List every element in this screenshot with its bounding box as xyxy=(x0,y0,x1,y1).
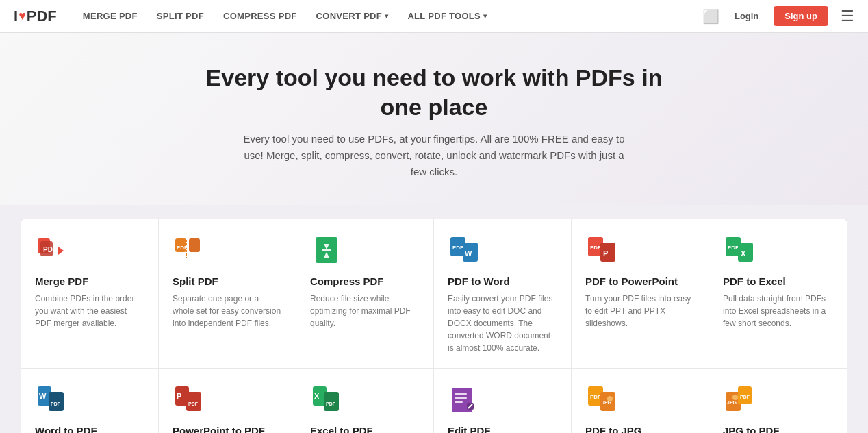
nav-right: ⬜ Login Sign up ☰ xyxy=(702,6,854,26)
edit-icon xyxy=(448,384,481,417)
tool-card-word-to-pdf[interactable]: W PDF Word to PDF Make DOC and DOCX file… xyxy=(21,369,159,433)
tool-title: PDF to Word xyxy=(448,275,557,287)
tool-title: Compress PDF xyxy=(310,275,420,287)
svg-rect-37 xyxy=(455,393,467,395)
tool-title: Excel to PDF xyxy=(310,425,420,433)
tool-desc: Easily convert your PDF files into easy … xyxy=(448,293,557,354)
svg-text:W: W xyxy=(465,249,472,258)
svg-text:PDF: PDF xyxy=(590,394,601,400)
tool-desc: Turn your PDF files into easy to edit PP… xyxy=(585,293,695,330)
tool-desc: Reduce file size while optimizing for ma… xyxy=(310,293,420,330)
navbar: I ♥ PDF MERGE PDF SPLIT PDF COMPRESS PDF… xyxy=(0,0,868,33)
tool-card-edit-pdf[interactable]: Edit PDF Add text, images, shapes or fre… xyxy=(434,369,572,433)
tool-card-excel-to-pdf[interactable]: X PDF Excel to PDF Make EXCEL spreadshee… xyxy=(296,369,434,433)
nav-split[interactable]: SPLIT PDF xyxy=(147,0,214,33)
tool-card-compress-pdf[interactable]: Compress PDF Reduce file size while opti… xyxy=(296,219,434,369)
svg-text:PDF: PDF xyxy=(740,395,750,399)
svg-text:X: X xyxy=(314,392,320,400)
tool-card-pdf-to-jpg[interactable]: PDF JPG PDF to JPG Convert each PDF page… xyxy=(572,369,709,433)
nav-all-tools[interactable]: ALL PDF TOOLS ▾ xyxy=(398,0,496,33)
svg-text:PDF: PDF xyxy=(51,401,61,406)
tools-section: PDF Merge PDF Combine PDFs in the order … xyxy=(0,205,868,433)
svg-point-46 xyxy=(607,396,613,401)
tool-title: Word to PDF xyxy=(35,425,144,433)
tool-card-merge-pdf[interactable]: PDF Merge PDF Combine PDFs in the order … xyxy=(21,219,159,369)
merge-icon: PDF xyxy=(35,234,68,267)
svg-text:PDF: PDF xyxy=(326,401,336,406)
svg-text:P: P xyxy=(603,249,608,258)
svg-text:PDF: PDF xyxy=(43,246,57,253)
tool-title: Split PDF xyxy=(173,275,282,287)
tool-desc: Combine PDFs in the order you want with … xyxy=(35,293,144,330)
nav-merge[interactable]: MERGE PDF xyxy=(73,0,147,33)
svg-point-49 xyxy=(732,395,738,400)
tool-card-pdf-to-word[interactable]: PDF W PDF to Word Easily convert your PD… xyxy=(434,219,572,369)
svg-text:W: W xyxy=(39,392,47,400)
logo[interactable]: I ♥ PDF xyxy=(14,8,57,25)
hero-section: Every tool you need to work with PDFs in… xyxy=(0,33,868,205)
svg-text:PDF: PDF xyxy=(188,401,199,406)
tool-title: PDF to JPG xyxy=(585,425,695,433)
svg-rect-5 xyxy=(189,238,200,252)
pdf-jpg-icon: PDF JPG xyxy=(585,384,618,417)
tool-desc: Pull data straight from PDFs into Excel … xyxy=(723,293,833,330)
nav-links: MERGE PDF SPLIT PDF COMPRESS PDF CONVERT… xyxy=(73,0,702,33)
tool-card-jpg-to-pdf[interactable]: JPG PDF JPG to PDF Convert JPG images to… xyxy=(709,369,847,433)
tools-grid: PDF Merge PDF Combine PDFs in the order … xyxy=(21,219,847,433)
svg-text:X: X xyxy=(741,249,746,258)
tool-card-split-pdf[interactable]: PDF Split PDF Separate one page or a who… xyxy=(159,219,296,369)
jpg-pdf-icon: JPG PDF xyxy=(723,384,756,417)
svg-text:JPG: JPG xyxy=(727,400,737,405)
tool-title: PDF to PowerPoint xyxy=(585,275,695,287)
tool-card-ppt-to-pdf[interactable]: P PDF PowerPoint to PDF Make PPT and PPT… xyxy=(159,369,296,433)
tool-title: Merge PDF xyxy=(35,275,144,287)
login-button[interactable]: Login xyxy=(726,7,767,25)
svg-rect-11 xyxy=(322,249,331,251)
chevron-down-icon: ▾ xyxy=(385,12,388,20)
heart-icon: ♥ xyxy=(18,9,26,23)
svg-rect-38 xyxy=(455,397,467,399)
hero-title: Every tool you need to work with PDFs in… xyxy=(194,63,674,121)
svg-rect-39 xyxy=(455,401,463,403)
tool-title: PowerPoint to PDF xyxy=(173,425,282,433)
tool-desc: Separate one page or a whole set for eas… xyxy=(173,293,282,330)
pdf-word-icon: PDF W xyxy=(448,234,481,267)
pdf-ppt-icon: PDF P xyxy=(585,234,618,267)
nav-compress[interactable]: COMPRESS PDF xyxy=(214,0,307,33)
tool-card-pdf-to-powerpoint[interactable]: PDF P PDF to PowerPoint Turn your PDF fi… xyxy=(572,219,709,369)
tool-card-pdf-to-excel[interactable]: PDF X PDF to Excel Pull data straight fr… xyxy=(709,219,847,369)
signup-button[interactable]: Sign up xyxy=(774,6,828,26)
tool-title: JPG to PDF xyxy=(723,425,833,433)
desktop-icon[interactable]: ⬜ xyxy=(702,8,719,25)
svg-marker-3 xyxy=(58,247,64,255)
svg-text:PDF: PDF xyxy=(590,245,601,251)
svg-text:PDF: PDF xyxy=(177,245,188,251)
chevron-down-icon: ▾ xyxy=(483,12,487,20)
hero-subtitle: Every tool you need to use PDFs, at your… xyxy=(235,131,633,180)
svg-text:PDF: PDF xyxy=(728,245,739,251)
tool-title: Edit PDF xyxy=(448,425,557,433)
split-icon: PDF xyxy=(173,234,205,267)
excel-pdf-icon: X PDF xyxy=(310,384,343,417)
menu-icon[interactable]: ☰ xyxy=(841,8,854,25)
tool-title: PDF to Excel xyxy=(723,275,833,287)
svg-text:P: P xyxy=(177,392,181,400)
word-pdf-icon: W PDF xyxy=(35,384,68,417)
compress-icon xyxy=(310,234,343,267)
nav-convert[interactable]: CONVERT PDF ▾ xyxy=(307,0,398,33)
ppt-pdf-icon: P PDF xyxy=(173,384,205,417)
pdf-excel-icon: PDF X xyxy=(723,234,756,267)
svg-text:PDF: PDF xyxy=(452,245,463,251)
